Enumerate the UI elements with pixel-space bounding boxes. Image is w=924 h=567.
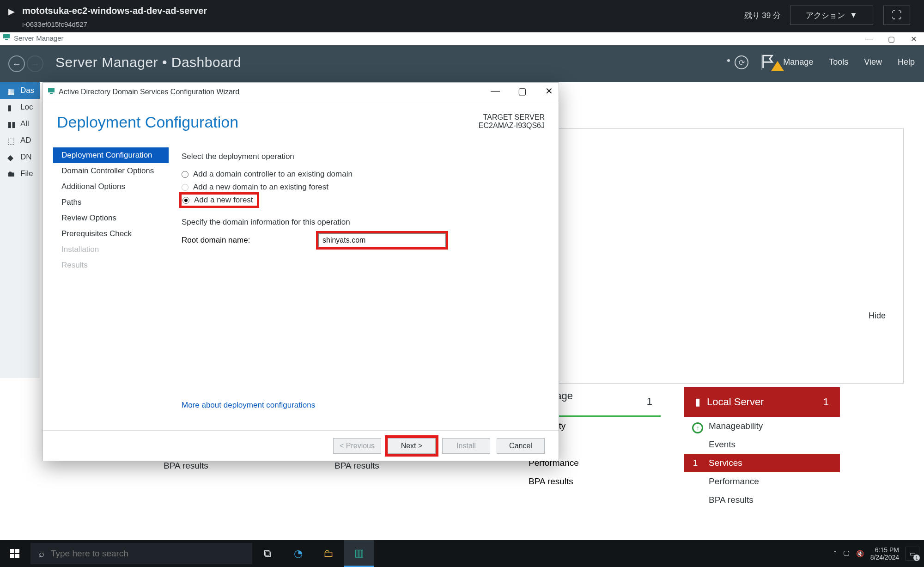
wizard-title: Active Directory Domain Services Configu… bbox=[59, 88, 239, 96]
taskbar-search[interactable]: ⌕ bbox=[30, 543, 252, 564]
tile-count: 1 bbox=[823, 396, 829, 408]
server-manager-icon: ▥ bbox=[354, 547, 364, 559]
tile-row[interactable]: Events bbox=[684, 435, 840, 454]
tile-row[interactable]: BPA results bbox=[517, 472, 661, 491]
windows-icon bbox=[9, 548, 20, 559]
adds-icon: ⬚ bbox=[7, 136, 16, 145]
sidebar-item-all[interactable]: ▮▮All bbox=[0, 116, 40, 132]
sidebar-item-dns[interactable]: ◆DN bbox=[0, 149, 40, 165]
previous-button: < Previous bbox=[333, 438, 381, 454]
explorer-button[interactable]: 🗀 bbox=[313, 540, 344, 567]
menu-dot[interactable] bbox=[727, 59, 730, 62]
sidebar-item-adds[interactable]: ⬚AD bbox=[0, 132, 40, 149]
maximize-button[interactable]: ▢ bbox=[515, 85, 529, 97]
tile-count: 1 bbox=[647, 396, 652, 408]
menu-view[interactable]: View bbox=[864, 57, 882, 67]
sidebar-item-dashboard[interactable]: ▦Das bbox=[0, 82, 40, 99]
edge-icon: ◔ bbox=[294, 548, 303, 560]
tile-row[interactable]: Performance bbox=[684, 472, 840, 491]
wizard-header: Deployment Configuration TARGET SERVER E… bbox=[43, 101, 559, 136]
tile-row[interactable]: Manageability bbox=[684, 417, 840, 435]
nav-step-paths[interactable]: Paths bbox=[53, 195, 169, 210]
close-button[interactable]: ✕ bbox=[542, 85, 556, 97]
radio-label: Add a new forest bbox=[194, 195, 253, 205]
maximize-button[interactable]: ▢ bbox=[881, 33, 902, 44]
highlight-domain-input bbox=[318, 233, 446, 247]
file-icon: 🖿 bbox=[7, 170, 16, 178]
hide-link[interactable]: Hide bbox=[869, 311, 886, 321]
clock[interactable]: 6:15 PM 8/24/2024 bbox=[870, 546, 899, 561]
alert-badge: 1 bbox=[688, 458, 702, 468]
wizard-icon bbox=[48, 87, 55, 97]
sm-header: ← → Server Manager • Dashboard ⟳ Manage … bbox=[0, 45, 924, 82]
nav-step-install: Installation bbox=[53, 242, 169, 257]
servers-icon: ▮▮ bbox=[7, 120, 16, 128]
svg-rect-6 bbox=[10, 554, 14, 558]
fullscreen-button[interactable]: ⛶ bbox=[883, 6, 910, 25]
sidebar-item-label: All bbox=[20, 119, 29, 128]
edge-button[interactable]: ◔ bbox=[283, 540, 313, 567]
dns-icon: ◆ bbox=[7, 153, 16, 161]
tile-row[interactable]: BPA results bbox=[684, 491, 840, 509]
refresh-icon[interactable]: ⟳ bbox=[735, 55, 748, 69]
nav-step-review[interactable]: Review Options bbox=[53, 210, 169, 226]
nav-step-additional[interactable]: Additional Options bbox=[53, 179, 169, 195]
root-domain-row: Root domain name: bbox=[182, 233, 537, 247]
server-manager-icon bbox=[3, 33, 11, 42]
sm-sidebar: ▦Das ▮Loc ▮▮All ⬚AD ◆DN 🖿File bbox=[0, 82, 40, 378]
target-value: EC2AMAZ-I93QS6J bbox=[479, 122, 545, 130]
search-input[interactable] bbox=[51, 549, 226, 559]
cancel-button[interactable]: Cancel bbox=[497, 438, 545, 454]
network-muted-icon[interactable]: 🔇 bbox=[856, 550, 864, 557]
tile-row-alert[interactable]: 1Services bbox=[684, 454, 840, 472]
tile-local-header: ▮Local Server 1 bbox=[684, 387, 840, 417]
svg-rect-0 bbox=[3, 34, 10, 38]
menu-help[interactable]: Help bbox=[898, 57, 915, 67]
minimize-button[interactable]: — bbox=[488, 85, 502, 97]
tray-chevron-icon[interactable]: ˄ bbox=[833, 550, 837, 557]
session-remaining: 残り 39 分 bbox=[744, 10, 781, 21]
search-icon: ⌕ bbox=[39, 549, 44, 559]
notifications-button[interactable]: ▭ 1 bbox=[906, 547, 919, 561]
start-button[interactable] bbox=[0, 540, 30, 567]
target-label: TARGET SERVER bbox=[479, 113, 545, 122]
nav-step-prereq[interactable]: Prerequisites Check bbox=[53, 226, 169, 242]
server-manager-window: Server Manager — ▢ ✕ ← → Server Manager … bbox=[0, 45, 924, 542]
sidebar-item-label: Das bbox=[20, 86, 34, 95]
radio-icon bbox=[182, 197, 189, 204]
select-operation-label: Select the deployment operation bbox=[182, 152, 537, 161]
sidebar-item-label: DN bbox=[20, 152, 32, 162]
tile-row-label: Services bbox=[709, 458, 742, 468]
clock-time: 6:15 PM bbox=[870, 546, 899, 554]
nav-step-deployment[interactable]: Deployment Configuration bbox=[53, 147, 169, 163]
more-info-link[interactable]: More about deployment configurations bbox=[182, 401, 315, 410]
next-button[interactable]: Next > bbox=[388, 438, 436, 454]
close-button[interactable]: ✕ bbox=[903, 33, 924, 44]
task-view-button[interactable]: ⧉ bbox=[252, 540, 283, 567]
instance-id: i-0633ef015fc94d527 bbox=[22, 20, 87, 28]
nav-step-dc-options[interactable]: Domain Controller Options bbox=[53, 163, 169, 179]
forward-button[interactable]: → bbox=[27, 55, 43, 72]
svg-rect-2 bbox=[48, 88, 55, 92]
root-domain-input[interactable] bbox=[318, 233, 446, 247]
menu-tools[interactable]: Tools bbox=[829, 57, 848, 67]
minimize-button[interactable]: — bbox=[858, 33, 880, 44]
instance-name: mototsuka-ec2-windows-ad-dev-ad-server bbox=[22, 6, 207, 16]
notif-badge: 1 bbox=[913, 555, 920, 561]
wizard-footer: < Previous Next > Install Cancel bbox=[43, 430, 559, 461]
tile-local-server[interactable]: ▮Local Server 1 ↑ Manageability Events 1… bbox=[684, 387, 840, 509]
sidebar-item-local[interactable]: ▮Loc bbox=[0, 99, 40, 116]
header-menu: Manage Tools View Help bbox=[783, 57, 915, 67]
radio-add-dc[interactable]: Add a domain controller to an existing d… bbox=[182, 168, 537, 181]
install-button: Install bbox=[442, 438, 490, 454]
radio-new-forest[interactable]: Add a new forest bbox=[182, 195, 253, 205]
sm-title: Server Manager bbox=[14, 34, 64, 42]
action-button[interactable]: アクション▼ bbox=[790, 6, 873, 25]
radio-add-domain[interactable]: Add a new domain to an existing forest bbox=[182, 181, 537, 194]
warning-icon[interactable] bbox=[771, 61, 784, 71]
menu-manage[interactable]: Manage bbox=[783, 57, 813, 67]
display-icon[interactable]: 🖵 bbox=[843, 550, 850, 557]
back-button[interactable]: ← bbox=[8, 55, 25, 72]
sidebar-item-file[interactable]: 🖿File bbox=[0, 165, 40, 182]
server-manager-taskbar-button[interactable]: ▥ bbox=[344, 540, 374, 567]
